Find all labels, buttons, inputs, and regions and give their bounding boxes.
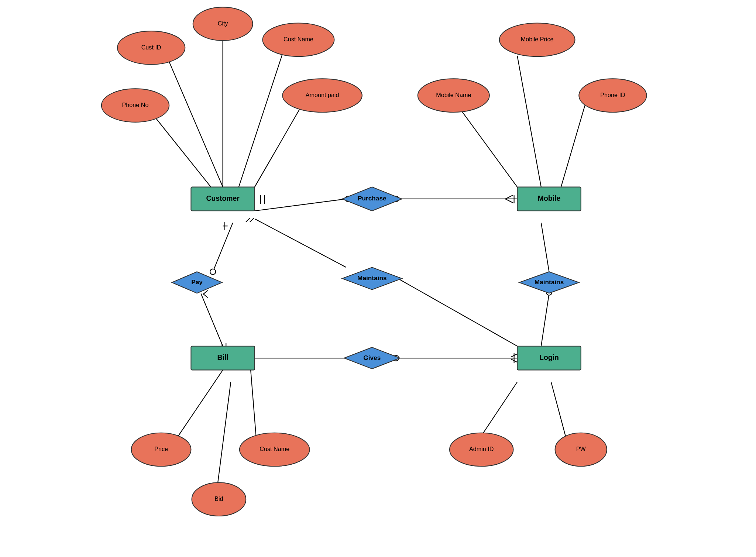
entity-mobile-label: Mobile: [538, 194, 561, 202]
attr-cust-name2-label: Cust Name: [260, 446, 289, 452]
attr-admin-id-label: Admin ID: [469, 446, 494, 452]
attr-amount-paid-label: Amount paid: [306, 92, 339, 98]
line-phoneid-mobile: [561, 106, 585, 187]
marker-pay-circle-top: [210, 269, 216, 275]
entity-bill-label: Bill: [217, 353, 228, 361]
line-mobilename-mobile: [458, 106, 518, 187]
line-price-bill: [173, 370, 223, 443]
relationship-maintains-left-label: Maintains: [357, 274, 386, 282]
line-customer-maintains: [255, 219, 346, 267]
relationship-purchase-label: Purchase: [358, 195, 386, 202]
line-maintains-login: [398, 279, 517, 346]
er-diagram: Customer Mobile Bill Login Purchase Pay …: [0, 0, 756, 557]
line-maintains-right-login: [541, 293, 549, 346]
attr-cust-name-label: Cust Name: [284, 36, 313, 42]
marker-m-p-crow2: [505, 199, 513, 203]
line-customer-pay-top: [213, 223, 233, 272]
marker-cust-maintains-bar1: [246, 218, 250, 222]
line-custname-customer: [239, 54, 283, 187]
line-pw-login: [551, 382, 567, 442]
entity-customer-label: Customer: [206, 194, 240, 202]
line-phoneno-customer: [155, 117, 211, 187]
line-customer-purchase: [255, 199, 346, 211]
attr-phone-no-label: Phone No: [122, 102, 149, 108]
attr-bid-label: Bid: [214, 495, 223, 502]
relationship-maintains-right-label: Maintains: [535, 278, 564, 286]
line-mobileprice-mobile: [517, 56, 541, 187]
marker-cust-maintains-bar2: [250, 218, 254, 222]
line-custname2-bill: [251, 370, 257, 443]
attr-city-label: City: [218, 20, 228, 27]
attr-cust-id-label: Cust ID: [141, 44, 161, 51]
attr-pw-label: PW: [576, 446, 586, 452]
attr-phone-id-label: Phone ID: [600, 92, 625, 98]
line-bid-bill: [217, 382, 231, 490]
line-mobile-maintains-right: [541, 223, 549, 272]
marker-pay-crow2: [203, 293, 208, 298]
line-pay-bill: [201, 293, 223, 346]
entity-login-label: Login: [539, 353, 559, 361]
relationship-pay-label: Pay: [191, 278, 203, 286]
attr-mobile-name-label: Mobile Name: [436, 92, 471, 98]
marker-m-p-crow1: [505, 195, 513, 199]
line-amountpaid-customer: [255, 97, 306, 187]
relationship-gives-label: Gives: [363, 354, 381, 361]
attr-mobile-price-label: Mobile Price: [521, 36, 554, 42]
attr-price-label: Price: [154, 446, 168, 452]
